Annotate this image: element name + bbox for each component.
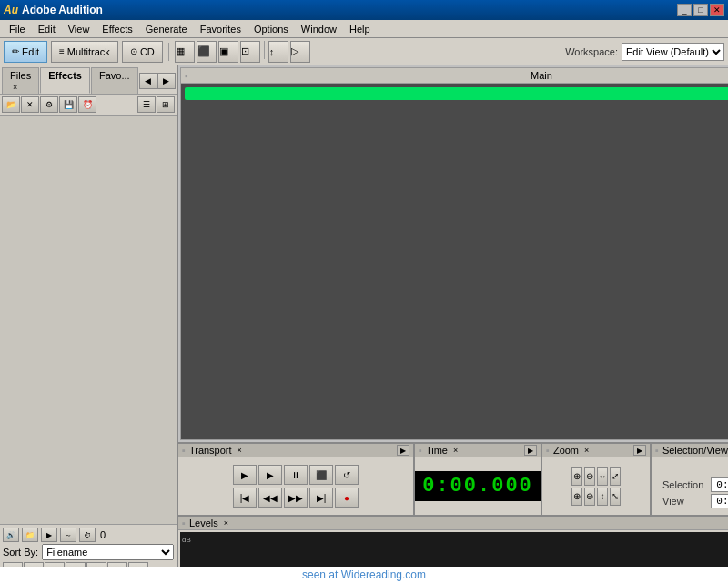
waveform-content: dB -3 -6 -9 -12 -18 -24 -3 bbox=[181, 84, 728, 439]
zoom-panel: ▪ Zoom × ▶ ⊕ ⊖ ↔ ⤢ ⊕ ⊖ ↕ bbox=[542, 444, 652, 515]
waveform-display[interactable] bbox=[181, 84, 728, 439]
right-area: ▪ Main ▶ dB -3 -6 -9 -12 -18 -24 bbox=[178, 65, 728, 583]
time-scroll-btn[interactable]: ▶ bbox=[524, 445, 537, 456]
tool-btn-3[interactable]: ▣ bbox=[218, 41, 238, 63]
sort-label: Sort By: bbox=[3, 547, 38, 558]
selection-panel-header: ▪ Selection/View × ▶ bbox=[652, 444, 728, 457]
zoom-panel-close[interactable]: × bbox=[584, 446, 589, 455]
zoom-out-h[interactable]: ⊖ bbox=[584, 467, 595, 486]
view-label: View bbox=[659, 493, 707, 509]
menu-window[interactable]: Window bbox=[296, 22, 342, 36]
zoom-fit-h[interactable]: ↔ bbox=[597, 467, 608, 486]
waveform-panel-marker: ▪ bbox=[185, 71, 188, 81]
maximize-button[interactable]: □ bbox=[693, 4, 708, 16]
app-icon: Au bbox=[4, 4, 18, 16]
zoom-in-v[interactable]: ⊕ bbox=[571, 488, 582, 506]
panel-folder-btn[interactable]: 📁 bbox=[22, 528, 38, 542]
titlebar-left: Au Adobe Audition bbox=[4, 4, 103, 16]
menu-effects[interactable]: Effects bbox=[96, 22, 137, 36]
panel-nav-left[interactable]: ◀ bbox=[139, 73, 157, 89]
multitrack-mode-button[interactable]: ≡ Multitrack bbox=[51, 41, 118, 63]
titlebar-controls[interactable]: _ □ ✕ bbox=[677, 4, 724, 16]
sort-row: Sort By: Filename bbox=[3, 544, 174, 560]
selection-panel-marker: ▪ bbox=[655, 445, 659, 456]
tool-btn-6[interactable]: ▷ bbox=[290, 41, 310, 63]
transport-forward[interactable]: ▶▶ bbox=[284, 488, 308, 508]
transport-rewind[interactable]: ◀◀ bbox=[258, 488, 282, 508]
panel-wave-btn[interactable]: ～ bbox=[60, 528, 76, 542]
transport-panel-close[interactable]: × bbox=[238, 446, 242, 455]
tab-files-close[interactable]: × bbox=[13, 83, 17, 92]
transport-scroll-btn[interactable]: ▶ bbox=[397, 445, 410, 456]
panel-tool-view1[interactable]: ☰ bbox=[137, 96, 156, 113]
toolbar-tools: ▦ ⬛ ▣ ⊡ ↕ ▷ bbox=[175, 41, 310, 63]
main-layout: Files × Effects Favo... ◀ ▶ 📂 ✕ ⚙ 💾 ⏰ ☰ … bbox=[0, 65, 728, 583]
transport-panel-header: ▪ Transport × ▶ bbox=[178, 444, 413, 457]
workspace-select[interactable]: Edit View (Default) bbox=[622, 43, 724, 61]
levels-panel-close[interactable]: × bbox=[224, 518, 228, 528]
transport-row1: ▶ ▶ ⏸ ⬛ ↺ bbox=[233, 465, 359, 485]
selection-row: Selection bbox=[659, 477, 728, 493]
zoom-full-v[interactable]: ⤡ bbox=[610, 488, 621, 506]
panel-play-btn[interactable]: ▶ bbox=[41, 528, 57, 542]
selection-panel-title: Selection/View bbox=[662, 445, 728, 456]
panel-clock-btn[interactable]: ⏱ bbox=[79, 528, 96, 542]
sort-select[interactable]: Filename bbox=[42, 544, 174, 560]
zoom-out-v[interactable]: ⊖ bbox=[584, 488, 595, 506]
close-button[interactable]: ✕ bbox=[710, 4, 724, 16]
panel-tool-props[interactable]: ⚙ bbox=[40, 96, 58, 113]
multitrack-icon: ≡ bbox=[59, 46, 65, 56]
menu-view[interactable]: View bbox=[63, 22, 96, 36]
zoom-full-h[interactable]: ⤢ bbox=[610, 467, 621, 486]
zoom-in-h[interactable]: ⊕ bbox=[571, 467, 582, 486]
transport-record[interactable]: ● bbox=[335, 488, 359, 508]
tab-effects[interactable]: Effects bbox=[40, 67, 90, 94]
menu-options[interactable]: Options bbox=[248, 22, 294, 36]
selection-begin-input[interactable] bbox=[711, 477, 728, 492]
zoom-fit-v[interactable]: ↕ bbox=[597, 488, 608, 506]
time-panel: ▪ Time × ▶ 0:00.000 bbox=[415, 444, 542, 515]
panel-tool-clock[interactable]: ⏰ bbox=[78, 96, 96, 113]
transport-row2: |◀ ◀◀ ▶▶ ▶| ● bbox=[233, 488, 359, 508]
tool-btn-4[interactable]: ⊡ bbox=[240, 41, 260, 63]
panel-nav-right[interactable]: ▶ bbox=[157, 73, 176, 89]
transport-to-end[interactable]: ▶| bbox=[309, 488, 333, 508]
transport-panel: ▪ Transport × ▶ ▶ ▶ ⏸ ⬛ ↺ bbox=[178, 444, 415, 515]
panel-tool-remove[interactable]: ✕ bbox=[21, 96, 39, 113]
menu-help[interactable]: Help bbox=[344, 22, 376, 36]
minimize-button[interactable]: _ bbox=[677, 4, 692, 16]
cd-mode-button[interactable]: ⊙ CD bbox=[122, 41, 163, 63]
zoom-panel-marker: ▪ bbox=[546, 445, 550, 456]
view-begin-input[interactable] bbox=[711, 494, 728, 508]
transport-stop[interactable]: ⬛ bbox=[309, 465, 333, 485]
edit-mode-button[interactable]: ✏ Edit bbox=[4, 41, 47, 63]
tool-btn-1[interactable]: ▦ bbox=[175, 41, 195, 63]
transport-play-stop[interactable]: ▶ bbox=[233, 465, 257, 485]
menu-edit[interactable]: Edit bbox=[33, 22, 61, 36]
panel-volume-btn[interactable]: 🔊 bbox=[3, 528, 19, 542]
transport-to-start[interactable]: |◀ bbox=[233, 488, 257, 508]
watermark-text: seen at Widereading.com bbox=[302, 568, 426, 581]
panel-tool-save[interactable]: 💾 bbox=[59, 96, 77, 113]
progress-bar-container bbox=[185, 87, 728, 100]
panel-tool-view2[interactable]: ⊞ bbox=[157, 96, 175, 113]
selection-label: Selection bbox=[659, 477, 707, 493]
time-panel-close[interactable]: × bbox=[453, 446, 458, 455]
transport-play[interactable]: ▶ bbox=[258, 465, 282, 485]
tab-files[interactable]: Files × bbox=[2, 67, 39, 94]
transport-pause[interactable]: ⏸ bbox=[284, 465, 308, 485]
menu-favorites[interactable]: Favorites bbox=[195, 22, 247, 36]
tab-favorites[interactable]: Favo... bbox=[91, 67, 138, 94]
transport-panel-marker: ▪ bbox=[182, 445, 186, 456]
transport-loop[interactable]: ↺ bbox=[335, 465, 359, 485]
titlebar-title: Adobe Audition bbox=[22, 4, 103, 16]
menu-generate[interactable]: Generate bbox=[140, 22, 193, 36]
menu-file[interactable]: File bbox=[4, 22, 31, 36]
zoom-panel-header: ▪ Zoom × ▶ bbox=[542, 444, 650, 457]
tool-btn-2[interactable]: ⬛ bbox=[197, 41, 217, 63]
zoom-scroll-btn[interactable]: ▶ bbox=[633, 445, 646, 456]
panel-tool-add[interactable]: 📂 bbox=[2, 96, 20, 113]
waveform-header: ▪ Main ▶ bbox=[181, 68, 728, 84]
titlebar: Au Adobe Audition _ □ ✕ bbox=[0, 0, 728, 20]
tool-btn-5[interactable]: ↕ bbox=[268, 41, 288, 63]
